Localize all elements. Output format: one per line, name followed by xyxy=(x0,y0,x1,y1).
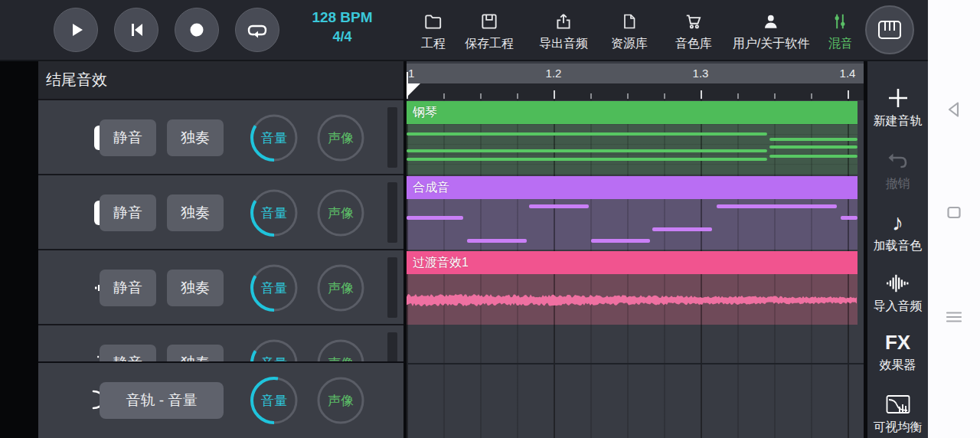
volume-knob-label: 音量 xyxy=(250,188,299,237)
sub-tick xyxy=(627,93,629,99)
ruler-label: 1.2 xyxy=(546,67,562,80)
sidebar-item-import-audio[interactable]: 导入音频 xyxy=(867,270,928,315)
tools-sidebar: 新建音轨 撤销 ♪ 加载音色 xyxy=(867,61,928,438)
midi-note xyxy=(407,158,767,161)
midi-note xyxy=(407,132,767,136)
nav-recents-button[interactable] xyxy=(928,299,980,335)
clip-piano[interactable]: 钢琴 xyxy=(407,101,858,175)
timeline-row-divider xyxy=(407,363,864,364)
pan-knob-label: 声像 xyxy=(316,113,365,162)
clip-name: 合成音 xyxy=(413,180,449,196)
sidebar-item-visual-eq[interactable]: 可视均衡 xyxy=(867,391,928,436)
menu-label: 资源库 xyxy=(611,36,648,52)
android-nav-bar xyxy=(928,0,980,438)
clip-name: 过渡音效1 xyxy=(413,255,469,271)
project-title-bar: 结尾音效 xyxy=(38,61,403,99)
ruler[interactable]: 11.21.31.4 xyxy=(407,64,864,83)
pan-knob-label: 声像 xyxy=(316,188,365,237)
volume-knob-label: 音量 xyxy=(250,376,299,425)
ruler-ticks[interactable] xyxy=(407,83,864,100)
clip-waveform xyxy=(407,274,858,325)
menu-item-project[interactable]: 工程 xyxy=(421,10,446,52)
back-triangle-icon xyxy=(944,100,964,119)
folder-icon xyxy=(421,10,446,33)
sub-tick xyxy=(774,93,776,99)
rewind-to-start-button[interactable] xyxy=(114,8,158,52)
volume-knob[interactable]: 音量 xyxy=(250,263,299,312)
master-bus-button[interactable]: 音轨 - 音量 xyxy=(100,382,224,419)
piano-keyboard-icon xyxy=(877,18,903,41)
sidebar-item-fx[interactable]: FX 效果器 xyxy=(867,329,928,374)
mute-button[interactable]: 静音 xyxy=(100,194,156,231)
mute-button[interactable]: 静音 xyxy=(100,270,156,306)
volume-knob-label: 音量 xyxy=(250,113,299,162)
sidebar-item-undo[interactable]: 撤销 xyxy=(867,148,928,192)
music-note-icon: ♪ xyxy=(867,210,928,236)
master-track-row: 音轨 - 音量 音量 声像 xyxy=(38,363,403,438)
keyboard-view-button[interactable] xyxy=(865,5,914,54)
menu-item-save-project[interactable]: 保存工程 xyxy=(465,10,514,52)
nav-back-button[interactable] xyxy=(928,91,980,128)
menu-label: 混音 xyxy=(828,36,851,52)
menu-item-mixer[interactable]: 混音 xyxy=(828,10,851,52)
beat-tick xyxy=(554,90,555,99)
master-pan-knob[interactable]: 声像 xyxy=(316,376,365,425)
menu-item-export-audio[interactable]: 导出音频 xyxy=(539,10,588,52)
record-button[interactable] xyxy=(175,8,219,52)
bpm-display[interactable]: 128 BPM 4/4 xyxy=(305,8,379,46)
sidebar-item-label: 加载音色 xyxy=(867,238,928,254)
pan-knob[interactable]: 声像 xyxy=(316,263,365,312)
sidebar-item-label: 导入音频 xyxy=(867,299,928,315)
level-meter xyxy=(387,107,397,168)
nav-home-button[interactable] xyxy=(928,194,980,230)
menu-label: 音色库 xyxy=(675,36,712,52)
midi-note xyxy=(769,145,858,149)
play-button[interactable] xyxy=(54,8,98,52)
sidebar-item-load-sound[interactable]: ♪ 加载音色 xyxy=(867,210,928,254)
solo-button[interactable]: 独奏 xyxy=(167,194,224,231)
skip-to-start-icon xyxy=(126,20,146,40)
save-icon xyxy=(465,10,514,33)
menu-label: 用户/关于软件 xyxy=(733,36,809,52)
clip-header: 过渡音效1 xyxy=(407,251,858,274)
project-title: 结尾音效 xyxy=(46,70,107,90)
clip-audio-fx[interactable]: 过渡音效1 xyxy=(407,251,858,325)
sub-tick xyxy=(443,93,445,99)
arrangement-timeline: 11.21.31.4 钢琴 合成音 过渡音效1 xyxy=(407,61,864,438)
pan-knob-label: 声像 xyxy=(316,263,365,312)
solo-button[interactable]: 独奏 xyxy=(167,119,224,156)
menu-item-sound-library[interactable]: 音色库 xyxy=(675,10,712,52)
sidebar-item-new-track[interactable]: 新建音轨 xyxy=(867,85,928,129)
pan-knob[interactable]: 声像 xyxy=(316,113,365,162)
clip-header: 合成音 xyxy=(407,176,858,199)
volume-knob-label: 音量 xyxy=(250,263,299,312)
midi-note xyxy=(769,138,858,141)
clip-synth[interactable]: 合成音 xyxy=(407,176,858,250)
midi-note xyxy=(407,149,767,152)
mute-button[interactable]: 静音 xyxy=(100,119,156,156)
playhead-line xyxy=(407,72,408,83)
midi-note xyxy=(652,227,712,231)
sidebar-item-label: 效果器 xyxy=(867,358,928,374)
ruler-label: 1.4 xyxy=(840,67,856,80)
export-icon xyxy=(539,10,588,33)
solo-button[interactable]: 独奏 xyxy=(167,270,224,306)
menu-item-resource-library[interactable]: 资源库 xyxy=(611,10,648,52)
cart-icon xyxy=(675,10,712,33)
menu-label: 保存工程 xyxy=(465,36,514,52)
menu-item-user-about[interactable]: 用户/关于软件 xyxy=(733,10,809,52)
clip-header: 钢琴 xyxy=(407,101,858,124)
beat-tick xyxy=(701,90,702,99)
volume-knob[interactable]: 音量 xyxy=(250,113,299,162)
clip-midi-notes xyxy=(407,124,858,175)
volume-knob[interactable]: 音量 xyxy=(250,188,299,237)
master-volume-knob[interactable]: 音量 xyxy=(250,376,299,425)
bpm-value: 128 BPM xyxy=(305,8,379,28)
pan-knob[interactable]: 声像 xyxy=(316,188,365,237)
play-icon xyxy=(66,20,86,40)
top-toolbar: 128 BPM 4/4 工程 保存工程 xyxy=(0,0,928,60)
level-meter xyxy=(387,257,397,318)
midi-note xyxy=(529,204,589,208)
loop-button[interactable] xyxy=(235,8,279,52)
midi-note xyxy=(467,239,527,243)
